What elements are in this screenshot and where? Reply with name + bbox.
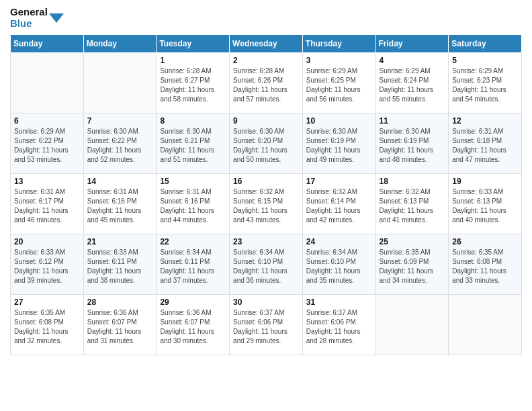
day-info: Sunrise: 6:31 AM Sunset: 6:18 PM Dayligh…: [452, 127, 518, 165]
calendar-day-cell: [375, 295, 449, 355]
day-info: Sunrise: 6:35 AM Sunset: 6:09 PM Dayligh…: [380, 248, 445, 285]
calendar-day-cell: 27Sunrise: 6:35 AM Sunset: 6:08 PM Dayli…: [11, 295, 84, 355]
calendar-day-cell: 26Sunrise: 6:35 AM Sunset: 6:08 PM Dayli…: [449, 234, 522, 295]
day-number: 12: [452, 116, 518, 126]
day-number: 5: [452, 56, 518, 65]
calendar-day-cell: 15Sunrise: 6:31 AM Sunset: 6:16 PM Dayli…: [157, 174, 230, 234]
calendar-day-cell: 12Sunrise: 6:31 AM Sunset: 6:18 PM Dayli…: [449, 113, 522, 174]
day-number: 20: [14, 237, 80, 246]
day-number: 11: [380, 116, 445, 126]
day-info: Sunrise: 6:30 AM Sunset: 6:19 PM Dayligh…: [380, 127, 445, 165]
calendar-day-cell: 4Sunrise: 6:29 AM Sunset: 6:24 PM Daylig…: [375, 53, 449, 113]
day-number: 6: [14, 116, 80, 126]
day-number: 21: [87, 237, 153, 246]
day-number: 7: [87, 116, 153, 126]
logo-text-blue: Blue: [10, 18, 32, 30]
day-info: Sunrise: 6:31 AM Sunset: 6:16 PM Dayligh…: [160, 187, 226, 225]
calendar-day-cell: 1Sunrise: 6:28 AM Sunset: 6:27 PM Daylig…: [157, 53, 230, 113]
day-info: Sunrise: 6:34 AM Sunset: 6:11 PM Dayligh…: [160, 248, 226, 285]
day-number: 29: [160, 298, 226, 307]
logo-chevron-icon: [49, 11, 64, 26]
day-info: Sunrise: 6:29 AM Sunset: 6:24 PM Dayligh…: [380, 66, 445, 104]
weekday-header-cell: Sunday: [11, 35, 84, 53]
day-number: 18: [380, 177, 445, 186]
day-info: Sunrise: 6:36 AM Sunset: 6:07 PM Dayligh…: [87, 308, 153, 346]
weekday-header-cell: Friday: [375, 35, 449, 53]
calendar-day-cell: 6Sunrise: 6:29 AM Sunset: 6:22 PM Daylig…: [11, 113, 84, 174]
day-number: 23: [233, 237, 299, 246]
page-container: General Blue SundayMondayTuesdayWednesda…: [0, 0, 532, 365]
calendar-body: 1Sunrise: 6:28 AM Sunset: 6:27 PM Daylig…: [11, 53, 522, 355]
weekday-header-row: SundayMondayTuesdayWednesdayThursdayFrid…: [11, 35, 522, 53]
day-info: Sunrise: 6:28 AM Sunset: 6:26 PM Dayligh…: [233, 66, 299, 104]
calendar-day-cell: 18Sunrise: 6:32 AM Sunset: 6:13 PM Dayli…: [375, 174, 449, 234]
day-info: Sunrise: 6:34 AM Sunset: 6:10 PM Dayligh…: [306, 248, 372, 285]
calendar-day-cell: 30Sunrise: 6:37 AM Sunset: 6:06 PM Dayli…: [230, 295, 303, 355]
calendar-day-cell: 25Sunrise: 6:35 AM Sunset: 6:09 PM Dayli…: [375, 234, 449, 295]
day-number: 3: [306, 56, 372, 65]
day-number: 10: [306, 116, 372, 126]
day-info: Sunrise: 6:30 AM Sunset: 6:21 PM Dayligh…: [160, 127, 226, 165]
calendar-day-cell: 3Sunrise: 6:29 AM Sunset: 6:25 PM Daylig…: [302, 53, 375, 113]
calendar-day-cell: 9Sunrise: 6:30 AM Sunset: 6:20 PM Daylig…: [230, 113, 303, 174]
day-info: Sunrise: 6:33 AM Sunset: 6:11 PM Dayligh…: [87, 248, 153, 285]
day-info: Sunrise: 6:31 AM Sunset: 6:16 PM Dayligh…: [87, 187, 153, 225]
page-header: General Blue: [10, 7, 522, 29]
calendar-day-cell: [83, 53, 157, 113]
day-info: Sunrise: 6:36 AM Sunset: 6:07 PM Dayligh…: [160, 308, 226, 346]
day-info: Sunrise: 6:37 AM Sunset: 6:06 PM Dayligh…: [306, 308, 372, 346]
calendar-day-cell: 22Sunrise: 6:34 AM Sunset: 6:11 PM Dayli…: [157, 234, 230, 295]
day-number: 22: [160, 237, 226, 246]
calendar-day-cell: [11, 53, 84, 113]
calendar-week-row: 1Sunrise: 6:28 AM Sunset: 6:27 PM Daylig…: [11, 53, 522, 113]
weekday-header-cell: Thursday: [302, 35, 375, 53]
calendar-day-cell: 13Sunrise: 6:31 AM Sunset: 6:17 PM Dayli…: [11, 174, 84, 234]
day-number: 30: [233, 298, 299, 307]
day-info: Sunrise: 6:33 AM Sunset: 6:12 PM Dayligh…: [14, 248, 80, 285]
day-info: Sunrise: 6:32 AM Sunset: 6:15 PM Dayligh…: [233, 187, 299, 225]
day-number: 31: [306, 298, 372, 307]
calendar-day-cell: 5Sunrise: 6:29 AM Sunset: 6:23 PM Daylig…: [449, 53, 522, 113]
calendar-day-cell: 21Sunrise: 6:33 AM Sunset: 6:11 PM Dayli…: [83, 234, 157, 295]
svg-marker-0: [49, 13, 64, 23]
calendar-day-cell: 14Sunrise: 6:31 AM Sunset: 6:16 PM Dayli…: [83, 174, 157, 234]
day-info: Sunrise: 6:29 AM Sunset: 6:25 PM Dayligh…: [306, 66, 372, 104]
calendar-day-cell: 7Sunrise: 6:30 AM Sunset: 6:22 PM Daylig…: [83, 113, 157, 174]
day-info: Sunrise: 6:37 AM Sunset: 6:06 PM Dayligh…: [233, 308, 299, 346]
day-number: 28: [87, 298, 153, 307]
day-number: 19: [452, 177, 518, 186]
day-info: Sunrise: 6:31 AM Sunset: 6:17 PM Dayligh…: [14, 187, 80, 225]
calendar-day-cell: 19Sunrise: 6:33 AM Sunset: 6:13 PM Dayli…: [449, 174, 522, 234]
day-number: 9: [233, 116, 299, 126]
calendar-week-row: 20Sunrise: 6:33 AM Sunset: 6:12 PM Dayli…: [11, 234, 522, 295]
calendar-day-cell: 28Sunrise: 6:36 AM Sunset: 6:07 PM Dayli…: [83, 295, 157, 355]
day-info: Sunrise: 6:33 AM Sunset: 6:13 PM Dayligh…: [452, 187, 518, 225]
calendar-week-row: 6Sunrise: 6:29 AM Sunset: 6:22 PM Daylig…: [11, 113, 522, 174]
calendar-day-cell: 17Sunrise: 6:32 AM Sunset: 6:14 PM Dayli…: [302, 174, 375, 234]
calendar-week-row: 27Sunrise: 6:35 AM Sunset: 6:08 PM Dayli…: [11, 295, 522, 355]
calendar-day-cell: 10Sunrise: 6:30 AM Sunset: 6:19 PM Dayli…: [302, 113, 375, 174]
calendar-table: SundayMondayTuesdayWednesdayThursdayFrid…: [10, 34, 522, 355]
day-info: Sunrise: 6:29 AM Sunset: 6:22 PM Dayligh…: [14, 127, 80, 165]
calendar-day-cell: 2Sunrise: 6:28 AM Sunset: 6:26 PM Daylig…: [230, 53, 303, 113]
day-info: Sunrise: 6:30 AM Sunset: 6:20 PM Dayligh…: [233, 127, 299, 165]
weekday-header-cell: Tuesday: [157, 35, 230, 53]
day-number: 2: [233, 56, 299, 65]
calendar-day-cell: 24Sunrise: 6:34 AM Sunset: 6:10 PM Dayli…: [302, 234, 375, 295]
calendar-day-cell: [449, 295, 522, 355]
weekday-header-cell: Wednesday: [230, 35, 303, 53]
day-number: 17: [306, 177, 372, 186]
day-number: 14: [87, 177, 153, 186]
day-info: Sunrise: 6:32 AM Sunset: 6:14 PM Dayligh…: [306, 187, 372, 225]
day-number: 1: [160, 56, 226, 65]
day-info: Sunrise: 6:35 AM Sunset: 6:08 PM Dayligh…: [452, 248, 518, 285]
day-info: Sunrise: 6:32 AM Sunset: 6:13 PM Dayligh…: [380, 187, 445, 225]
day-number: 4: [380, 56, 445, 65]
weekday-header-cell: Monday: [83, 35, 157, 53]
day-info: Sunrise: 6:29 AM Sunset: 6:23 PM Dayligh…: [452, 66, 518, 104]
day-number: 26: [452, 237, 518, 246]
day-info: Sunrise: 6:34 AM Sunset: 6:10 PM Dayligh…: [233, 248, 299, 285]
logo: General Blue: [10, 7, 64, 29]
day-info: Sunrise: 6:30 AM Sunset: 6:22 PM Dayligh…: [87, 127, 153, 165]
day-number: 16: [233, 177, 299, 186]
